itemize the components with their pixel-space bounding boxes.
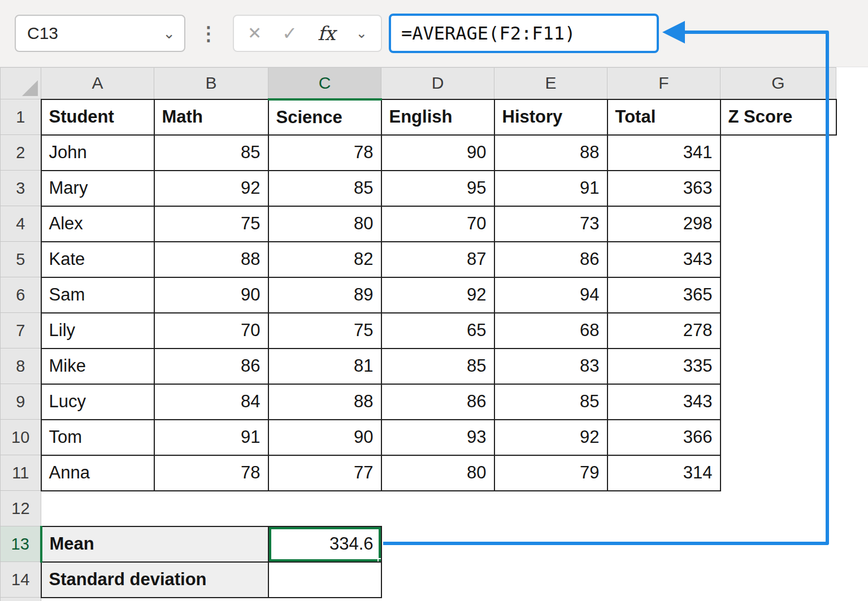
- row-header[interactable]: 3: [1, 171, 41, 206]
- cell-a9[interactable]: Lucy: [41, 384, 154, 420]
- cell-f5[interactable]: 343: [607, 242, 721, 277]
- cell-c7[interactable]: 75: [268, 313, 381, 349]
- cell-a2[interactable]: John: [41, 135, 154, 171]
- cell-d4[interactable]: 70: [381, 206, 494, 242]
- cell-e1[interactable]: History: [494, 99, 607, 135]
- cell-a8[interactable]: Mike: [41, 349, 154, 384]
- cell-d13[interactable]: [381, 526, 494, 562]
- cell-d15[interactable]: [381, 598, 494, 601]
- row-header[interactable]: 4: [1, 206, 41, 242]
- cell-b1[interactable]: Math: [154, 99, 268, 135]
- cell-c10[interactable]: 90: [268, 420, 381, 455]
- column-header-a[interactable]: A: [41, 68, 154, 99]
- cell-e13[interactable]: [494, 526, 607, 562]
- cell-b9[interactable]: 84: [154, 384, 268, 420]
- cell-g15[interactable]: [721, 598, 836, 601]
- cell-f11[interactable]: 314: [607, 455, 721, 491]
- cell-f13[interactable]: [607, 526, 721, 562]
- cell-g11[interactable]: [721, 455, 836, 491]
- cell-g14[interactable]: [721, 562, 836, 598]
- cell-d1[interactable]: English: [381, 99, 494, 135]
- cell-e8[interactable]: 83: [494, 349, 607, 384]
- cell-g4[interactable]: [721, 206, 836, 242]
- cell-b7[interactable]: 70: [154, 313, 268, 349]
- row-header[interactable]: 8: [1, 349, 41, 384]
- row-header[interactable]: [1, 598, 41, 601]
- cell-g10[interactable]: [721, 420, 836, 455]
- cell-d12[interactable]: [381, 491, 494, 526]
- cell-c3[interactable]: 85: [268, 171, 381, 206]
- row-header[interactable]: 7: [1, 313, 41, 349]
- cell-c12[interactable]: [268, 491, 381, 526]
- cell-b10[interactable]: 91: [154, 420, 268, 455]
- cell-f10[interactable]: 366: [607, 420, 721, 455]
- cell-g12[interactable]: [721, 491, 836, 526]
- row-header[interactable]: 2: [1, 135, 41, 171]
- cancel-icon[interactable]: ✕: [248, 25, 262, 42]
- cell-e12[interactable]: [494, 491, 607, 526]
- column-header-f[interactable]: F: [607, 68, 721, 99]
- cell-e6[interactable]: 94: [494, 277, 607, 313]
- column-header-b[interactable]: B: [154, 68, 268, 99]
- cell-b4[interactable]: 75: [154, 206, 268, 242]
- column-header-d[interactable]: D: [381, 68, 494, 99]
- cell-c1[interactable]: Science: [268, 99, 381, 135]
- cell-a3[interactable]: Mary: [41, 171, 154, 206]
- cell-e3[interactable]: 91: [494, 171, 607, 206]
- cell-a15[interactable]: [41, 598, 154, 601]
- cell-e5[interactable]: 86: [494, 242, 607, 277]
- cell-d9[interactable]: 86: [381, 384, 494, 420]
- cell-d10[interactable]: 93: [381, 420, 494, 455]
- cell-f7[interactable]: 278: [607, 313, 721, 349]
- cell-d8[interactable]: 85: [381, 349, 494, 384]
- cell-b2[interactable]: 85: [154, 135, 268, 171]
- cell-f2[interactable]: 341: [607, 135, 721, 171]
- cell-e9[interactable]: 85: [494, 384, 607, 420]
- row-header[interactable]: 12: [1, 491, 41, 526]
- cell-g7[interactable]: [721, 313, 836, 349]
- cell-c4[interactable]: 80: [268, 206, 381, 242]
- cell-d14[interactable]: [381, 562, 494, 598]
- cell-b11[interactable]: 78: [154, 455, 268, 491]
- cell-f15[interactable]: [607, 598, 721, 601]
- cell-f3[interactable]: 363: [607, 171, 721, 206]
- cell-g5[interactable]: [721, 242, 836, 277]
- cell-e15[interactable]: [494, 598, 607, 601]
- cell-a5[interactable]: Kate: [41, 242, 154, 277]
- cell-e11[interactable]: 79: [494, 455, 607, 491]
- cell-b15[interactable]: [154, 598, 268, 601]
- cell-e7[interactable]: 68: [494, 313, 607, 349]
- cell-f1[interactable]: Total: [607, 99, 721, 135]
- cell-e10[interactable]: 92: [494, 420, 607, 455]
- row-header[interactable]: 5: [1, 242, 41, 277]
- cell-a13-mean-label[interactable]: Mean: [41, 526, 268, 562]
- cell-b3[interactable]: 92: [154, 171, 268, 206]
- cell-g3[interactable]: [721, 171, 836, 206]
- cell-a6[interactable]: Sam: [41, 277, 154, 313]
- cell-c8[interactable]: 81: [268, 349, 381, 384]
- cell-b8[interactable]: 86: [154, 349, 268, 384]
- row-header-13-selected[interactable]: 13: [1, 526, 41, 562]
- row-header[interactable]: 1: [1, 99, 41, 135]
- cell-g6[interactable]: [721, 277, 836, 313]
- cell-d6[interactable]: 92: [381, 277, 494, 313]
- row-header[interactable]: 6: [1, 277, 41, 313]
- column-header-c-selected[interactable]: C: [268, 68, 381, 99]
- cell-c6[interactable]: 89: [268, 277, 381, 313]
- cell-f4[interactable]: 298: [607, 206, 721, 242]
- formula-input[interactable]: =AVERAGE(F2:F11): [389, 14, 659, 53]
- cell-d5[interactable]: 87: [381, 242, 494, 277]
- cell-c9[interactable]: 88: [268, 384, 381, 420]
- cell-a11[interactable]: Anna: [41, 455, 154, 491]
- column-header-e[interactable]: E: [494, 68, 607, 99]
- cell-g8[interactable]: [721, 349, 836, 384]
- cell-e2[interactable]: 88: [494, 135, 607, 171]
- cell-g13[interactable]: [721, 526, 836, 562]
- cell-c2[interactable]: 78: [268, 135, 381, 171]
- row-header[interactable]: 9: [1, 384, 41, 420]
- row-header[interactable]: 14: [1, 562, 41, 598]
- cell-b12[interactable]: [154, 491, 268, 526]
- cell-e4[interactable]: 73: [494, 206, 607, 242]
- cell-d11[interactable]: 80: [381, 455, 494, 491]
- row-header[interactable]: 10: [1, 420, 41, 455]
